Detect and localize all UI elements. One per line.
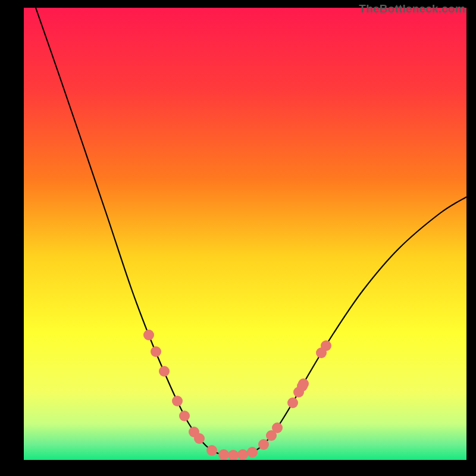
marker-dot — [287, 397, 298, 408]
marker-dot — [218, 449, 229, 460]
gradient-background — [24, 8, 466, 460]
marker-dot — [194, 433, 205, 444]
marker-dot — [258, 439, 269, 450]
marker-dot — [159, 366, 170, 377]
marker-dot — [179, 411, 190, 421]
marker-dot — [297, 381, 308, 392]
marker-dot — [206, 445, 217, 456]
plot-area — [24, 8, 466, 460]
chart-frame: TheBottleneck.com — [0, 0, 476, 476]
chart-svg — [24, 8, 466, 460]
watermark-text: TheBottleneck.com — [359, 2, 465, 15]
marker-dot — [247, 447, 258, 458]
marker-dot — [172, 396, 183, 406]
marker-dot — [237, 449, 248, 460]
marker-dot — [272, 422, 283, 433]
marker-dot — [321, 340, 331, 351]
marker-dot — [151, 346, 161, 357]
marker-dot — [143, 330, 154, 340]
